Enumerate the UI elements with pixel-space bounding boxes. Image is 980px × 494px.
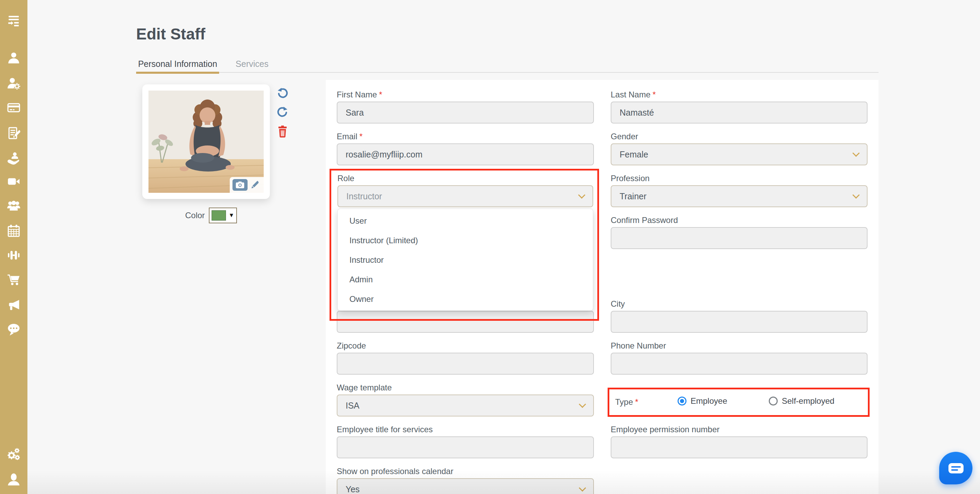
city-input[interactable]	[611, 311, 867, 333]
role-option-instructor-limited[interactable]: Instructor (Limited)	[338, 231, 593, 250]
video-icon[interactable]	[7, 175, 21, 188]
radio-unselected-icon[interactable]	[769, 397, 778, 405]
confirm-password-input[interactable]	[611, 227, 867, 249]
type-radio-employee[interactable]: Employee	[678, 396, 727, 406]
trash-icon[interactable]	[277, 126, 288, 138]
edit-staff-page: Edit Staff Personal Information Services	[0, 0, 980, 494]
account-icon[interactable]	[7, 473, 21, 486]
staff-photo-card	[142, 84, 270, 199]
email-label: Email*	[337, 132, 363, 141]
type-label: Type*	[615, 397, 638, 407]
chevron-down-icon	[853, 149, 860, 156]
first-name-label: First Name*	[337, 90, 382, 99]
cart-icon[interactable]	[7, 273, 21, 287]
wage-template-label: Wage template	[337, 383, 392, 392]
first-name-input[interactable]	[337, 102, 594, 123]
caret-down-icon: ▼	[229, 212, 235, 219]
settings-icon[interactable]	[7, 447, 21, 461]
city-label: City	[611, 299, 625, 309]
tab-bar: Personal Information Services	[136, 55, 878, 73]
chat-icon	[948, 463, 964, 473]
color-swatch	[212, 210, 226, 221]
menu-icon[interactable]	[7, 14, 21, 28]
role-dropdown: User Instructor (Limited) Instructor Adm…	[337, 209, 593, 311]
radio-selected-icon[interactable]	[678, 397, 686, 405]
last-name-input[interactable]	[611, 102, 867, 123]
chevron-down-icon	[579, 484, 586, 491]
employee-permission-label: Employee permission number	[611, 425, 719, 434]
pencil-icon[interactable]	[251, 180, 259, 190]
phone-number-label: Phone Number	[611, 341, 666, 351]
user-icon[interactable]	[7, 51, 21, 65]
hand-person-icon[interactable]	[7, 151, 21, 165]
confirm-password-label: Confirm Password	[611, 215, 678, 225]
color-picker[interactable]: ▼	[209, 207, 237, 223]
document-edit-icon[interactable]	[7, 126, 21, 140]
address-input[interactable]	[337, 311, 594, 333]
calendar-icon[interactable]	[7, 224, 21, 238]
chat-widget-button[interactable]	[939, 452, 972, 484]
chat-bubble-icon[interactable]	[7, 323, 21, 336]
email-input[interactable]	[337, 143, 594, 165]
role-option-owner[interactable]: Owner	[338, 289, 593, 309]
role-option-instructor[interactable]: Instructor	[338, 250, 593, 269]
chevron-down-icon	[853, 191, 860, 198]
wage-template-select[interactable]: ISA	[337, 395, 594, 416]
gender-label: Gender	[611, 132, 638, 141]
tab-personal-information[interactable]: Personal Information	[136, 55, 219, 73]
chevron-down-icon	[579, 400, 586, 408]
zipcode-input[interactable]	[337, 353, 594, 374]
card-icon[interactable]	[7, 101, 21, 115]
tab-services[interactable]: Services	[231, 55, 273, 73]
employee-title-label: Employee title for services	[337, 425, 433, 434]
user-settings-icon[interactable]	[7, 76, 21, 90]
color-label: Color	[185, 210, 205, 220]
role-option-admin[interactable]: Admin	[338, 269, 593, 289]
type-radio-self-employed[interactable]: Self-employed	[769, 396, 834, 406]
gender-select[interactable]: Female	[611, 143, 867, 165]
group-icon[interactable]	[7, 199, 21, 213]
profession-select[interactable]: Trainer	[611, 185, 867, 207]
dumbbell-icon[interactable]	[7, 249, 21, 262]
role-option-user[interactable]: User	[338, 211, 593, 231]
show-calendar-label: Show on professionals calendar	[337, 467, 453, 476]
phone-number-input[interactable]	[611, 353, 867, 374]
role-label: Role	[337, 174, 354, 183]
zipcode-label: Zipcode	[337, 341, 366, 351]
megaphone-icon[interactable]	[7, 298, 21, 312]
role-select[interactable]: Instructor	[337, 185, 593, 207]
last-name-label: Last Name*	[611, 90, 655, 99]
employee-title-input[interactable]	[337, 437, 594, 458]
photo-edit-overlay	[230, 177, 264, 193]
staff-photo	[148, 91, 264, 193]
show-calendar-select[interactable]: Yes	[337, 478, 594, 494]
undo-icon[interactable]	[277, 88, 288, 99]
chevron-down-icon	[578, 191, 585, 198]
camera-icon[interactable]	[232, 179, 248, 191]
color-row: Color ▼	[185, 207, 237, 223]
active-tab-underline	[136, 72, 219, 74]
profession-label: Profession	[611, 174, 649, 183]
sidebar	[0, 0, 27, 494]
redo-icon[interactable]	[277, 107, 288, 118]
employee-permission-input[interactable]	[611, 437, 867, 458]
page-title: Edit Staff	[136, 25, 205, 43]
